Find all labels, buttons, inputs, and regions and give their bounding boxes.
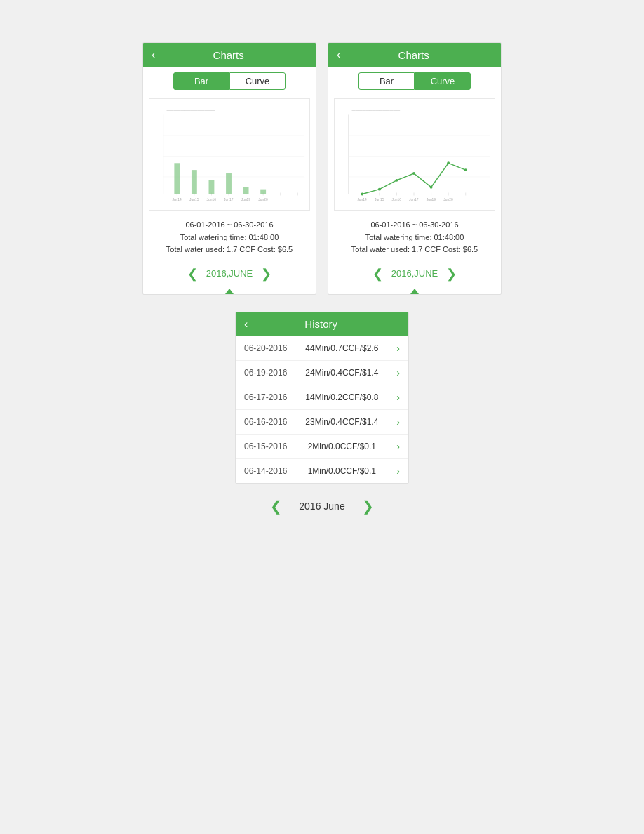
left-chart-header: ‹ Charts bbox=[143, 43, 316, 67]
history-chevron-1: › bbox=[396, 343, 400, 354]
svg-rect-18 bbox=[260, 190, 266, 194]
left-chart-curve-tab[interactable]: Curve bbox=[229, 72, 286, 90]
svg-text:Jun14: Jun14 bbox=[172, 198, 182, 201]
right-chart-tab-row: Bar Curve bbox=[328, 67, 501, 95]
right-chart-panel: ‹ Charts Bar Curve bbox=[328, 42, 502, 295]
left-total-water: Total water used: 1.7 CCF Cost: $6.5 bbox=[152, 244, 307, 256]
svg-point-40 bbox=[395, 179, 398, 182]
right-chart-area: —————————————— Jun14 Jun15 Jun16 Jun17 J… bbox=[334, 98, 495, 211]
right-next-month-button[interactable]: ❯ bbox=[446, 266, 457, 282]
left-chart-info: 06-01-2016 ~ 06-30-2016 Total watering t… bbox=[143, 213, 316, 262]
svg-text:Jun15: Jun15 bbox=[189, 198, 199, 201]
history-value-3: 14Min/0.2CCF/$0.8 bbox=[305, 392, 378, 402]
bottom-prev-month-button[interactable]: ❮ bbox=[270, 498, 282, 515]
left-date-range: 06-01-2016 ~ 06-30-2016 bbox=[152, 219, 307, 232]
history-value-2: 24Min/0.4CCF/$1.4 bbox=[305, 368, 378, 378]
history-chevron-4: › bbox=[396, 416, 400, 428]
right-total-water: Total water used: 1.7 CCF Cost: $6.5 bbox=[337, 244, 492, 256]
svg-point-38 bbox=[361, 193, 363, 196]
left-chart-area: —————————————— Jun14 Jun15 Jun16 Jun17 J… bbox=[149, 98, 310, 211]
history-date-6: 06-14-2016 bbox=[244, 466, 287, 476]
svg-text:——————————————: —————————————— bbox=[352, 109, 401, 112]
left-chart-bar-tab[interactable]: Bar bbox=[173, 72, 229, 90]
history-date-2: 06-19-2016 bbox=[244, 368, 287, 378]
svg-rect-13 bbox=[174, 163, 180, 194]
svg-point-42 bbox=[430, 186, 433, 189]
bottom-nav: ❮ 2016 June ❯ bbox=[142, 484, 502, 522]
left-chart-tab-row: Bar Curve bbox=[143, 67, 316, 95]
right-prev-month-button[interactable]: ❮ bbox=[373, 266, 383, 282]
svg-point-43 bbox=[447, 161, 450, 164]
svg-text:Jun17: Jun17 bbox=[224, 198, 234, 201]
history-value-1: 44Min/0.7CCF/$2.6 bbox=[305, 343, 378, 353]
history-chevron-6: › bbox=[396, 465, 400, 477]
right-chart-bar-tab[interactable]: Bar bbox=[358, 72, 415, 90]
history-value-5: 2Min/0.0CCF/$0.1 bbox=[308, 442, 376, 451]
right-month-label: 2016,JUNE bbox=[391, 268, 438, 279]
right-chart-back-button[interactable]: ‹ bbox=[337, 48, 340, 61]
svg-text:Jun15: Jun15 bbox=[375, 198, 384, 201]
history-row[interactable]: 06-19-2016 24Min/0.4CCF/$1.4 › bbox=[236, 361, 408, 385]
svg-text:Jun19: Jun19 bbox=[241, 198, 251, 201]
right-total-watering: Total watering time: 01:48:00 bbox=[337, 232, 492, 244]
svg-rect-15 bbox=[209, 180, 215, 194]
history-date-1: 06-20-2016 bbox=[244, 343, 287, 353]
svg-rect-16 bbox=[226, 173, 232, 194]
history-row[interactable]: 06-14-2016 1Min/0.0CCF/$0.1 › bbox=[236, 459, 408, 483]
right-month-indicator bbox=[410, 289, 419, 294]
svg-point-39 bbox=[378, 188, 381, 191]
svg-rect-14 bbox=[192, 170, 197, 194]
history-chevron-3: › bbox=[396, 392, 400, 403]
history-value-4: 23Min/0.4CCF/$1.4 bbox=[305, 417, 378, 427]
history-chevron-2: › bbox=[396, 367, 400, 378]
svg-text:Jun17: Jun17 bbox=[409, 198, 419, 201]
svg-text:Jun14: Jun14 bbox=[357, 198, 367, 201]
svg-text:Jun20: Jun20 bbox=[443, 198, 453, 201]
bottom-next-month-button[interactable]: ❯ bbox=[362, 498, 374, 515]
svg-text:——————————————: —————————————— bbox=[167, 109, 215, 112]
right-chart-header: ‹ Charts bbox=[328, 43, 501, 67]
left-total-watering: Total watering time: 01:48:00 bbox=[152, 232, 307, 244]
history-date-3: 06-17-2016 bbox=[244, 392, 287, 402]
left-chart-panel: ‹ Charts Bar Curve bbox=[142, 42, 316, 295]
left-month-indicator bbox=[225, 289, 234, 294]
history-row[interactable]: 06-15-2016 2Min/0.0CCF/$0.1 › bbox=[236, 435, 408, 459]
svg-text:Jun16: Jun16 bbox=[207, 198, 217, 201]
right-chart-info: 06-01-2016 ~ 06-30-2016 Total watering t… bbox=[328, 213, 501, 262]
history-chevron-5: › bbox=[396, 441, 400, 452]
history-back-button[interactable]: ‹ bbox=[244, 318, 248, 331]
history-value-6: 1Min/0.0CCF/$0.1 bbox=[308, 466, 376, 476]
history-date-5: 06-15-2016 bbox=[244, 442, 287, 451]
svg-point-41 bbox=[412, 172, 415, 175]
left-prev-month-button[interactable]: ❮ bbox=[187, 266, 198, 282]
right-chart-curve-tab[interactable]: Curve bbox=[415, 72, 471, 90]
history-row[interactable]: 06-20-2016 44Min/0.7CCF/$2.6 › bbox=[236, 336, 408, 361]
history-panel: ‹ History 06-20-2016 44Min/0.7CCF/$2.6 ›… bbox=[235, 312, 409, 484]
history-title: History bbox=[253, 318, 389, 330]
left-chart-title: Charts bbox=[161, 49, 296, 61]
history-row[interactable]: 06-16-2016 23Min/0.4CCF/$1.4 › bbox=[236, 410, 408, 435]
bottom-month-label: 2016 June bbox=[299, 501, 344, 512]
history-header: ‹ History bbox=[236, 312, 408, 336]
left-chart-back-button[interactable]: ‹ bbox=[152, 48, 155, 61]
svg-point-44 bbox=[464, 168, 467, 171]
history-date-4: 06-16-2016 bbox=[244, 417, 287, 427]
left-month-label: 2016,JUNE bbox=[206, 268, 253, 279]
svg-text:Jun20: Jun20 bbox=[258, 198, 268, 201]
right-chart-title: Charts bbox=[346, 49, 481, 61]
left-month-nav: ❮ 2016,JUNE ❯ bbox=[143, 262, 316, 289]
svg-text:Jun19: Jun19 bbox=[427, 198, 436, 201]
history-row[interactable]: 06-17-2016 14Min/0.2CCF/$0.8 › bbox=[236, 385, 408, 410]
right-month-nav: ❮ 2016,JUNE ❯ bbox=[328, 262, 501, 289]
svg-rect-17 bbox=[243, 187, 249, 194]
left-next-month-button[interactable]: ❯ bbox=[261, 266, 271, 282]
right-date-range: 06-01-2016 ~ 06-30-2016 bbox=[337, 219, 492, 232]
svg-text:Jun16: Jun16 bbox=[392, 198, 402, 201]
